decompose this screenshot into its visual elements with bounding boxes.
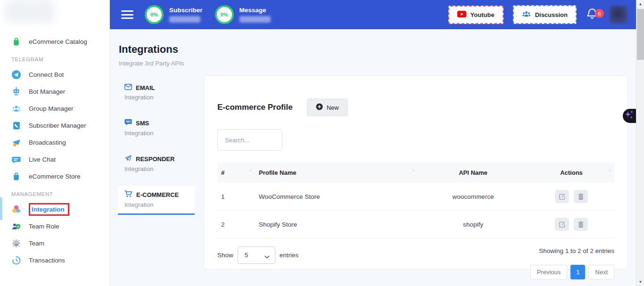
user-avatar[interactable] xyxy=(610,6,627,24)
active-indicator-bar xyxy=(0,197,2,220)
api-name-cell: shopify xyxy=(418,211,528,238)
scroll-up-icon[interactable]: ▲ xyxy=(636,0,644,8)
subnav-item-title: RESPONDER xyxy=(136,155,174,163)
contact-book-icon xyxy=(11,121,21,131)
sparkles-icon xyxy=(624,109,635,123)
panel-title: E-commerce Profile xyxy=(217,103,293,112)
delete-button[interactable] xyxy=(574,218,588,231)
pagination: Previous 1 Next xyxy=(530,265,614,279)
column-header-api-name[interactable]: API Name xyxy=(418,163,528,183)
page-title: Integrations xyxy=(119,43,636,56)
integration-subnav: EMAIL Integration SMS SMS Integration xyxy=(118,79,195,215)
page-1-button[interactable]: 1 xyxy=(570,265,585,279)
sidebar-item-team[interactable]: Team xyxy=(0,235,109,252)
sidebar-item-bot-manager[interactable]: Bot Manager xyxy=(0,83,109,100)
ai-assistant-button[interactable] xyxy=(623,109,636,123)
sidebar-item-label: eCommerce Catalog xyxy=(29,38,87,45)
chat-bubble-icon xyxy=(11,155,21,164)
previous-page-button[interactable]: Previous xyxy=(530,265,568,279)
table-row: 2 Shopify Store shopify xyxy=(217,211,614,238)
column-header-num[interactable]: # ↑↓ xyxy=(217,163,255,183)
sidebar-item-team-role[interactable]: Team Role xyxy=(0,218,109,235)
discussion-button-label: Discussion xyxy=(535,11,568,18)
sidebar-item-label: Broadcasting xyxy=(29,139,66,146)
showing-entries-text: Showing 1 to 2 of 2 entries xyxy=(530,247,614,254)
subnav-item-subtitle: Integration xyxy=(124,130,188,137)
annotation-red-box: Integration xyxy=(29,203,69,216)
subnav-item-sms[interactable]: SMS SMS Integration xyxy=(118,114,195,142)
page-size-select[interactable]: 5 xyxy=(238,246,275,264)
profiles-table: # ↑↓ Profile Name ↑↓ API Name Actions xyxy=(217,163,614,238)
next-page-button[interactable]: Next xyxy=(588,265,614,279)
column-header-actions[interactable]: Actions ↑↓ xyxy=(528,163,614,183)
paper-plane-outline-icon xyxy=(124,155,132,163)
app-window: eCommerce Catalog TELEGRAM Connect Bot B… xyxy=(0,0,644,286)
subscriber-stat: 0% Subscriber xyxy=(145,5,203,24)
sidebar-item-broadcasting[interactable]: ! Broadcasting xyxy=(0,134,109,151)
svg-text:SMS: SMS xyxy=(126,121,131,123)
sidebar-item-ecommerce-catalog[interactable]: eCommerce Catalog xyxy=(0,33,109,50)
hamburger-menu-icon[interactable] xyxy=(121,10,133,19)
sidebar-item-label: eCommerce Store xyxy=(29,173,81,180)
subnav-item-responder[interactable]: RESPONDER Integration xyxy=(118,150,195,178)
sidebar-item-label: Connect Bot xyxy=(29,71,64,78)
shopping-cart-icon xyxy=(124,190,132,199)
profile-name-cell: Shopify Store xyxy=(255,211,418,238)
sidebar-section-management: MANAGEMENT xyxy=(0,191,109,197)
new-profile-button[interactable]: New xyxy=(307,98,348,116)
sidebar-item-label: Bot Manager xyxy=(29,88,65,95)
discussion-button[interactable]: Discussion xyxy=(513,5,577,24)
subnav-item-subtitle: Integration xyxy=(124,165,188,172)
api-name-cell: woocommerce xyxy=(418,183,528,211)
page-subtitle: Integrate 3rd Party APIs xyxy=(119,60,636,67)
profile-name-cell: WooCommerce Store xyxy=(255,183,418,211)
color-circles-icon xyxy=(11,204,21,214)
new-button-label: New xyxy=(327,104,339,111)
subscriber-stat-value-redacted xyxy=(169,16,200,23)
vertical-scrollbar[interactable]: ▲ ▼ xyxy=(636,0,644,286)
scrollbar-thumb[interactable] xyxy=(637,9,644,60)
shopping-bag-green-icon xyxy=(11,37,21,47)
sidebar-section-telegram: TELEGRAM xyxy=(0,57,109,62)
subnav-item-title: SMS xyxy=(136,120,149,127)
edit-button[interactable] xyxy=(555,218,569,231)
svg-text:!: ! xyxy=(14,143,15,146)
sidebar-item-group-manager[interactable]: Group Manager xyxy=(0,100,109,117)
sidebar-item-transactions[interactable]: Transactions xyxy=(0,252,109,269)
topbar: 0% Subscriber 0% Message Youtube xyxy=(110,0,636,29)
column-header-profile-name[interactable]: Profile Name ↑↓ xyxy=(255,163,418,183)
subnav-item-email[interactable]: EMAIL Integration xyxy=(118,79,195,106)
subnav-item-title: EMAIL xyxy=(136,84,155,91)
delete-button[interactable] xyxy=(574,190,588,203)
message-stat: 0% Message xyxy=(215,5,271,24)
subnav-item-ecommerce[interactable]: E-COMMERCE Integration xyxy=(118,186,195,215)
show-label: Show xyxy=(217,252,233,259)
search-input[interactable] xyxy=(217,129,282,151)
sidebar-item-ecommerce-store[interactable]: eCommerce Store xyxy=(0,168,109,185)
gear-person-icon xyxy=(11,238,21,248)
youtube-button-label: Youtube xyxy=(471,11,495,18)
sidebar-item-connect-bot[interactable]: Connect Bot xyxy=(0,66,109,83)
sidebar-item-label: Transactions xyxy=(29,257,65,264)
subnav-item-title: E-COMMERCE xyxy=(136,191,179,198)
sidebar-item-subscriber-manager[interactable]: Subscriber Manager xyxy=(0,117,109,134)
youtube-button[interactable]: Youtube xyxy=(448,6,504,24)
subscriber-progress-ring: 0% xyxy=(145,5,164,24)
telegram-plane-icon xyxy=(11,70,21,80)
scroll-down-icon[interactable]: ▼ xyxy=(636,278,644,286)
sidebar-item-live-chat[interactable]: Live Chat xyxy=(0,151,109,168)
sidebar-item-label: Group Manager xyxy=(29,105,74,112)
sidebar-item-label: Live Chat xyxy=(29,156,56,163)
notification-bell[interactable]: 6 xyxy=(586,8,600,22)
sidebar-item-label: Subscriber Manager xyxy=(29,122,86,129)
ecommerce-profile-card: E-commerce Profile New # ↑↓ xyxy=(204,75,628,270)
shopping-bag-blue-icon xyxy=(11,172,21,181)
history-clock-icon xyxy=(11,255,21,265)
subscriber-stat-label: Subscriber xyxy=(169,7,203,14)
sidebar-item-label: Integration xyxy=(32,206,65,213)
edit-button[interactable] xyxy=(555,190,569,203)
chevron-down-icon xyxy=(264,253,270,260)
sidebar-item-integration[interactable]: Integration xyxy=(0,201,109,218)
subnav-item-subtitle: Integration xyxy=(124,201,188,208)
robot-icon xyxy=(11,87,21,97)
